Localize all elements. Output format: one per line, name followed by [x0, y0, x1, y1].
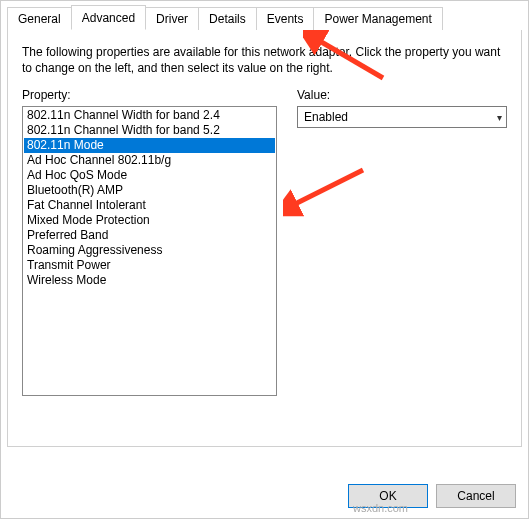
watermark-text: wsxdn.com: [353, 502, 408, 514]
property-listbox[interactable]: 802.11n Channel Width for band 2.4802.11…: [22, 106, 277, 396]
cancel-button[interactable]: Cancel: [436, 484, 516, 508]
value-combobox[interactable]: Enabled ▾: [297, 106, 507, 128]
properties-dialog: General Advanced Driver Details Events P…: [0, 0, 529, 519]
tab-strip: General Advanced Driver Details Events P…: [1, 1, 528, 30]
tab-events[interactable]: Events: [256, 7, 315, 30]
list-item[interactable]: Fat Channel Intolerant: [24, 198, 275, 213]
value-label: Value:: [297, 88, 507, 102]
property-label: Property:: [22, 88, 277, 102]
list-item[interactable]: Preferred Band: [24, 228, 275, 243]
list-item[interactable]: Wireless Mode: [24, 273, 275, 288]
tab-advanced[interactable]: Advanced: [71, 5, 146, 30]
list-item[interactable]: Ad Hoc Channel 802.11b/g: [24, 153, 275, 168]
instructions-text: The following properties are available f…: [22, 44, 507, 76]
list-item[interactable]: Roaming Aggressiveness: [24, 243, 275, 258]
value-selected-text: Enabled: [304, 110, 348, 124]
list-item[interactable]: Transmit Power: [24, 258, 275, 273]
tab-details[interactable]: Details: [198, 7, 257, 30]
list-item[interactable]: 802.11n Mode: [24, 138, 275, 153]
tab-content-advanced: The following properties are available f…: [7, 29, 522, 447]
list-item[interactable]: Bluetooth(R) AMP: [24, 183, 275, 198]
tab-power-management[interactable]: Power Management: [313, 7, 442, 30]
list-item[interactable]: Ad Hoc QoS Mode: [24, 168, 275, 183]
list-item[interactable]: 802.11n Channel Width for band 5.2: [24, 123, 275, 138]
value-column: Value: Enabled ▾: [297, 88, 507, 396]
chevron-down-icon: ▾: [497, 112, 502, 123]
columns: Property: 802.11n Channel Width for band…: [22, 88, 507, 396]
list-item[interactable]: 802.11n Channel Width for band 2.4: [24, 108, 275, 123]
tab-general[interactable]: General: [7, 7, 72, 30]
list-item[interactable]: Mixed Mode Protection: [24, 213, 275, 228]
property-column: Property: 802.11n Channel Width for band…: [22, 88, 277, 396]
tab-driver[interactable]: Driver: [145, 7, 199, 30]
